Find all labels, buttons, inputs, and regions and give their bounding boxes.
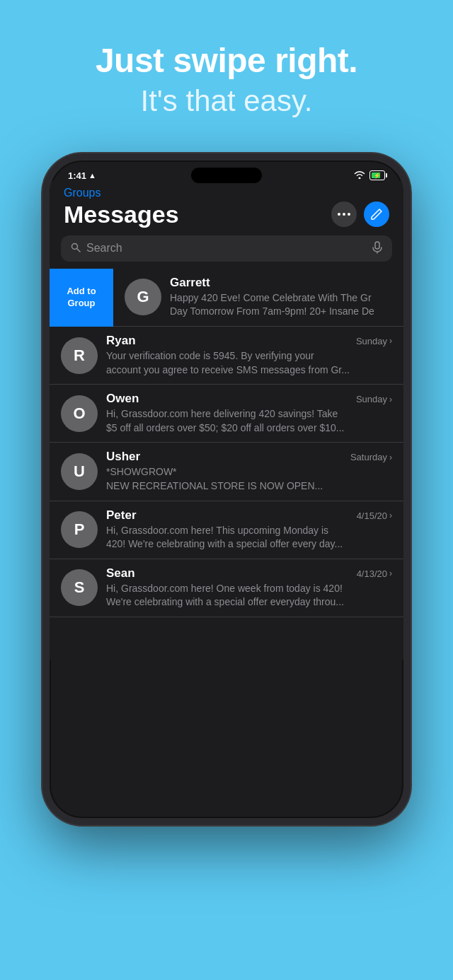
- message-preview2-peter: 420! We're celebrating with a special of…: [106, 537, 392, 552]
- groups-back-link[interactable]: Groups: [64, 187, 101, 199]
- search-bar[interactable]: Search: [61, 235, 392, 262]
- header-buttons: [331, 202, 389, 227]
- contact-name-ryan: Ryan: [106, 334, 136, 348]
- message-preview-garrett: Happy 420 Eve! Come Celebrate With The G…: [170, 291, 403, 305]
- message-list: Add toGroup G Garrett Happy 420 Eve! Com…: [50, 269, 403, 617]
- compose-icon: [370, 208, 383, 221]
- swipe-action-label: Add toGroup: [67, 286, 96, 310]
- mic-icon: [372, 241, 382, 256]
- message-row-ryan[interactable]: R Ryan Sunday › Your verification code i…: [50, 327, 403, 385]
- message-content-garrett: Garrett Happy 420 Eve! Come Celebrate Wi…: [170, 276, 403, 319]
- hero-section: Just swipe right. It's that easy.: [0, 0, 453, 146]
- message-preview-sean: Hi, Grassdoor.com here! One week from to…: [106, 582, 392, 596]
- phone-frame: 1:41 ▲ ⚡: [42, 153, 411, 825]
- message-time-peter: 4/15/20 ›: [357, 511, 392, 521]
- message-time-sean: 4/13/20 ›: [357, 568, 392, 579]
- message-preview-peter: Hi, Grassdoor.com here! This upcoming Mo…: [106, 524, 392, 538]
- screen-content: Groups Messages: [50, 181, 403, 660]
- message-row-sean[interactable]: S Sean 4/13/20 › Hi, Grassdoor.com here!…: [50, 559, 403, 617]
- message-item-garrett[interactable]: G Garrett Happy 420 Eve! Come Celebrate …: [113, 269, 403, 327]
- message-content-owen: Owen Sunday › Hi, Grassdoor.com here del…: [106, 392, 392, 435]
- message-preview2-owen: $5 off all orders over $50; $20 off all …: [106, 421, 392, 436]
- message-time-ryan: Sunday ›: [356, 336, 392, 346]
- message-row-peter[interactable]: P Peter 4/15/20 › Hi, Grassdoor.com here…: [50, 501, 403, 559]
- status-time: 1:41 ▲: [68, 170, 96, 181]
- location-icon: ▲: [88, 171, 96, 180]
- svg-rect-2: [375, 242, 379, 249]
- contact-name-peter: Peter: [106, 508, 137, 523]
- avatar-owen: O: [61, 395, 98, 432]
- message-row-owen[interactable]: O Owen Sunday › Hi, Grassdoor.com here d…: [50, 385, 403, 443]
- phone-bottom-padding: [50, 617, 403, 660]
- message-row-garrett[interactable]: Add toGroup G Garrett Happy 420 Eve! Com…: [50, 269, 403, 327]
- messages-header: Messages: [50, 199, 403, 235]
- hero-headline: Just swipe right.: [0, 42, 453, 80]
- message-row-usher[interactable]: U Usher Saturday › *SHOWGROW* NEW RECREA…: [50, 443, 403, 501]
- compose-button[interactable]: [364, 202, 389, 227]
- message-time-usher: Saturday ›: [350, 452, 392, 462]
- contact-name-garrett: Garrett: [170, 276, 210, 290]
- message-time-owen: Sunday ›: [356, 394, 392, 404]
- contact-name-owen: Owen: [106, 392, 139, 406]
- groups-nav[interactable]: Groups: [50, 181, 403, 199]
- message-content-usher: Usher Saturday › *SHOWGROW* NEW RECREATI…: [106, 450, 392, 493]
- message-preview2-garrett: Day Tomorrow From 7am-9pm! 20+ Insane De: [170, 305, 403, 319]
- battery-icon: ⚡: [369, 170, 385, 180]
- message-preview2-sean: We're celebrating with a special offer e…: [106, 595, 392, 609]
- message-content-sean: Sean 4/13/20 › Hi, Grassdoor.com here! O…: [106, 566, 392, 609]
- message-preview-owen: Hi, Grassdoor.com here delivering 420 sa…: [106, 407, 392, 421]
- status-bar: 1:41 ▲ ⚡: [50, 161, 403, 181]
- message-content-ryan: Ryan Sunday › Your verification code is …: [106, 334, 392, 377]
- contact-name-sean: Sean: [106, 566, 135, 581]
- message-preview2-usher: NEW RECREATIONAL STORE IS NOW OPEN...: [106, 479, 392, 494]
- chevron-icon-sean: ›: [389, 568, 392, 578]
- charging-icon: ⚡: [374, 173, 381, 179]
- add-to-group-button[interactable]: Add toGroup: [50, 269, 113, 327]
- message-preview-usher: *SHOWGROW*: [106, 465, 392, 479]
- message-preview2-ryan: account you agree to receive SMS message…: [106, 363, 392, 378]
- search-icon: [71, 243, 81, 255]
- message-top-garrett: Garrett: [170, 276, 403, 290]
- wifi-icon: [354, 170, 365, 181]
- phone-wrapper: 1:41 ▲ ⚡: [0, 153, 453, 825]
- ellipsis-icon: [338, 213, 350, 216]
- contact-name-usher: Usher: [106, 450, 140, 464]
- avatar-ryan: R: [61, 337, 98, 374]
- chevron-icon: ›: [389, 336, 392, 346]
- chevron-icon-owen: ›: [389, 395, 392, 404]
- avatar-sean: S: [61, 569, 98, 606]
- chevron-icon-peter: ›: [389, 511, 392, 520]
- svg-line-1: [77, 248, 81, 252]
- search-input[interactable]: Search: [86, 242, 367, 255]
- avatar-usher: U: [61, 453, 98, 490]
- avatar-peter: P: [61, 511, 98, 548]
- chevron-icon-usher: ›: [389, 453, 392, 462]
- more-button[interactable]: [331, 202, 357, 227]
- messages-title: Messages: [64, 201, 179, 228]
- message-content-peter: Peter 4/15/20 › Hi, Grassdoor.com here! …: [106, 508, 392, 552]
- status-icons: ⚡: [354, 170, 385, 181]
- avatar-garrett: G: [125, 279, 161, 315]
- hero-subheadline: It's that easy.: [0, 84, 453, 118]
- message-preview-ryan: Your verification code is 5945. By verif…: [106, 349, 392, 363]
